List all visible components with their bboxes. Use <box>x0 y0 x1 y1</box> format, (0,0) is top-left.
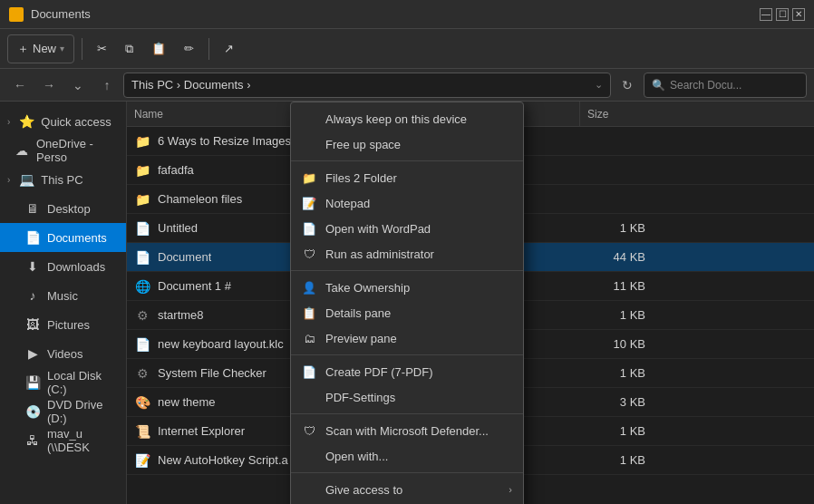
file-size-cell: 10 KB <box>580 337 653 351</box>
search-bar[interactable]: 🔍 Search Docu... <box>644 73 807 98</box>
context-menu-separator <box>291 270 523 271</box>
file-size-cell: 1 KB <box>580 308 653 322</box>
window-icon <box>9 7 24 22</box>
context-item-icon: 🗂 <box>302 331 316 345</box>
forward-button[interactable]: → <box>36 73 62 98</box>
context-menu-separator <box>291 413 523 414</box>
sidebar-item-pictures[interactable]: 🖼Pictures <box>0 310 126 339</box>
context-item-label: Give access to <box>325 483 499 497</box>
sidebar-item-label: Pictures <box>47 318 90 332</box>
context-menu-item[interactable]: Give access to› <box>291 477 523 502</box>
context-item-icon: 👤 <box>302 280 316 295</box>
downloads-icon: ⬇ <box>25 259 40 274</box>
sidebar-item-label: This PC <box>41 173 82 187</box>
context-item-label: Always keep on this device <box>325 112 512 126</box>
toolbar: ＋ New ▾ ✂ ⧉ 📋 ✏ ↗ <box>0 29 814 69</box>
context-menu-item[interactable]: 📄Create PDF (7-PDF) <box>291 359 523 384</box>
sidebar-item-this-pc[interactable]: ›💻This PC <box>0 165 126 194</box>
file-name: startme8 <box>158 308 204 322</box>
file-name: fafadfa <box>158 163 194 177</box>
music-icon: ♪ <box>25 288 40 303</box>
share-button[interactable]: ↗ <box>217 34 241 63</box>
chevron-icon: › <box>7 117 10 127</box>
file-name: System File Checker <box>158 366 266 380</box>
context-menu-item[interactable]: 👤Take Ownership <box>291 275 523 300</box>
address-row: ← → ⌄ ↑ This PC › Documents › ⌄ ↻ 🔍 Sear… <box>0 69 814 102</box>
sidebar-item-label: Videos <box>47 347 83 361</box>
toolbar-separator-1 <box>82 38 82 60</box>
sidebar-item-label: OneDrive - Perso <box>36 137 119 164</box>
bat-icon: ⚙ <box>134 307 150 324</box>
new-button[interactable]: ＋ New ▾ <box>7 34 74 63</box>
search-placeholder: Search Docu... <box>670 79 741 92</box>
context-item-label: Free up space <box>325 138 512 151</box>
context-item-label: PDF-Settings <box>325 391 512 404</box>
sidebar-item-desktop[interactable]: 🖥Desktop <box>0 194 126 223</box>
file-size-cell: 11 KB <box>580 279 653 293</box>
context-item-icon: 📁 <box>302 170 316 185</box>
context-menu-item[interactable]: PDF-Settings <box>291 384 523 410</box>
generic-icon: 📄 <box>134 220 150 237</box>
file-size-cell: 44 KB <box>580 250 653 264</box>
address-bar[interactable]: This PC › Documents › ⌄ <box>123 73 611 98</box>
context-menu-item[interactable]: 📝Notepad <box>291 190 523 216</box>
videos-icon: ▶ <box>25 346 40 361</box>
context-menu-item[interactable]: 📁Files 2 Folder <box>291 165 523 190</box>
onedrive-icon: ☁ <box>15 143 29 158</box>
sidebar-item-local-disk[interactable]: 💾Local Disk (C:) <box>0 368 126 397</box>
cut-button[interactable]: ✂ <box>90 34 114 63</box>
context-menu-item[interactable]: 🛡Scan with Microsoft Defender... <box>291 418 523 443</box>
down-button[interactable]: ⌄ <box>65 73 91 98</box>
sidebar-item-documents[interactable]: 📄Documents <box>0 223 126 252</box>
copy-icon: ⧉ <box>125 42 133 56</box>
paste-icon: 📋 <box>151 42 166 55</box>
context-menu-item[interactable]: 📄Open with WordPad <box>291 216 523 241</box>
copy-button[interactable]: ⧉ <box>118 34 141 63</box>
theme-icon: 🎨 <box>134 394 150 411</box>
sidebar-item-onedrive[interactable]: ☁OneDrive - Perso <box>0 136 126 165</box>
close-button[interactable]: ✕ <box>792 8 805 21</box>
context-menu-item[interactable]: 🗂Preview pane <box>291 325 523 351</box>
file-name: Document <box>158 250 211 264</box>
cut-icon: ✂ <box>97 42 107 55</box>
file-name: Chameleon files <box>158 192 242 206</box>
context-menu-item[interactable]: Always keep on this device <box>291 106 523 131</box>
quick-access-icon: ⭐ <box>19 114 34 129</box>
back-button[interactable]: ← <box>7 73 33 98</box>
context-item-label: Details pane <box>325 306 512 320</box>
file-size-cell: 1 KB <box>580 424 653 438</box>
main-area: ›⭐Quick access☁OneDrive - Perso›💻This PC… <box>0 102 814 504</box>
restore-button[interactable]: ☐ <box>776 8 789 21</box>
breadcrumb: This PC › Documents › <box>131 78 591 92</box>
column-size: Size <box>580 102 653 126</box>
sidebar-item-music[interactable]: ♪Music <box>0 281 126 310</box>
context-item-icon-empty <box>302 449 316 463</box>
file-name: 6 Ways to Resize Images i <box>158 134 296 148</box>
context-item-label: Notepad <box>325 197 512 210</box>
submenu-arrow-icon: › <box>509 484 512 495</box>
minimize-button[interactable]: — <box>760 8 772 21</box>
sidebar-item-network-drive[interactable]: 🖧mav_u (\\DESK <box>0 426 126 455</box>
sidebar-item-label: Quick access <box>41 115 111 129</box>
context-item-label: Take Ownership <box>325 281 512 295</box>
sidebar-item-videos[interactable]: ▶Videos <box>0 339 126 368</box>
sidebar-item-downloads[interactable]: ⬇Downloads <box>0 252 126 281</box>
context-item-icon: 📄 <box>302 221 316 236</box>
context-menu-item[interactable]: 🛡Run as administrator <box>291 241 523 267</box>
refresh-button[interactable]: ↻ <box>615 73 640 98</box>
context-menu-separator <box>291 160 523 161</box>
sidebar-item-dvd-drive[interactable]: 💿DVD Drive (D:) <box>0 397 126 426</box>
rename-button[interactable]: ✏ <box>177 34 201 63</box>
file-size-cell: 1 KB <box>580 366 653 380</box>
sidebar-item-label: Downloads <box>47 260 105 274</box>
toolbar-separator-2 <box>208 38 209 60</box>
file-size-cell: 3 KB <box>580 395 653 409</box>
context-menu-item[interactable]: Open with... <box>291 443 523 469</box>
context-menu-item[interactable]: 📋Details pane <box>291 300 523 325</box>
paste-button[interactable]: 📋 <box>144 34 173 63</box>
title-bar: Documents — ☐ ✕ <box>0 0 814 29</box>
up-button[interactable]: ↑ <box>94 73 120 98</box>
sidebar-item-quick-access[interactable]: ›⭐Quick access <box>0 107 126 136</box>
context-menu-item[interactable]: Free up space <box>291 131 523 157</box>
window-controls: — ☐ ✕ <box>760 8 805 21</box>
